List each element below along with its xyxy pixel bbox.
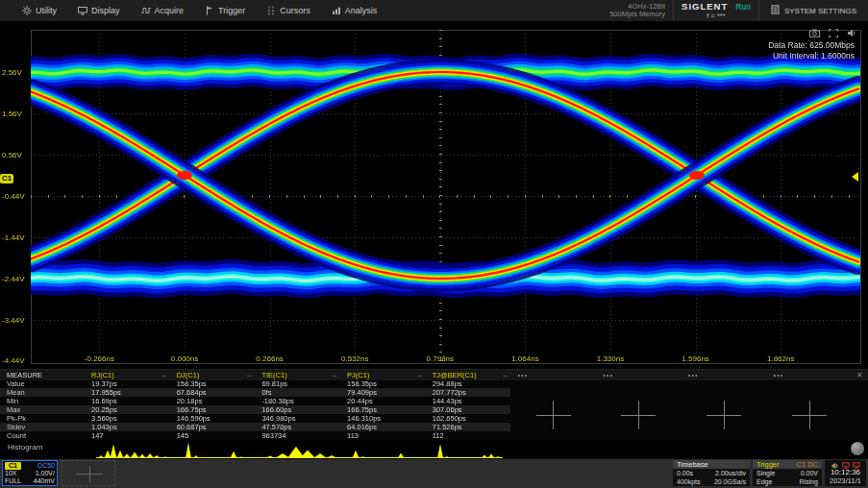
empty-cell	[510, 431, 596, 440]
system-settings-label: SYSTEM SETTINGS	[784, 7, 856, 15]
trigger-descriptor[interactable]: Trigger C1 DC Single 0.00V Edge Rising	[753, 460, 822, 486]
x-axis-tick-label: 1.596ns	[682, 354, 708, 363]
measure-row-label: Max	[0, 405, 85, 414]
measure-value-cell: 166.75ps	[340, 405, 426, 414]
measure-value-cell: 20.25ps	[85, 405, 170, 414]
menu-item-label: Analysis	[345, 6, 378, 15]
measure-value-cell: 146.310ps	[340, 414, 426, 423]
x-axis-tick-label: 0.000ns	[171, 354, 198, 363]
menu-item-label: Cursors	[280, 6, 310, 15]
x-axis-tick-label: 1.064ns	[511, 354, 538, 363]
channel-descriptor-c1[interactable]: C1 DC50 10X 1.00V/ FULL 440mV	[2, 460, 58, 486]
measure-value-cell: 166.75ps	[170, 405, 256, 414]
edge-cell	[852, 388, 868, 397]
channel-badge: C1	[5, 462, 21, 470]
trigger-title: Trigger	[756, 460, 779, 469]
y-axis-tick-label: -2.44V	[2, 275, 25, 283]
menu-bar-right: 4GHz-12Bit 500Mpts Memory SIGLENT Run f …	[609, 0, 868, 21]
system-settings-button[interactable]: SYSTEM SETTINGS	[759, 0, 868, 21]
empty-measure-column-header: •••	[767, 370, 853, 380]
y-axis-tick-label: -4.44V	[2, 356, 25, 365]
add-measurement-button[interactable]	[707, 401, 741, 429]
empty-cell	[596, 388, 682, 397]
menu-bar: UtilityDisplayAcquireTriggerCursorsAnaly…	[0, 0, 868, 21]
collapse-column-button[interactable]: –	[418, 371, 422, 379]
measure-column-header[interactable]: DJ(C1)–	[170, 370, 256, 380]
timebase-points: 400kpts	[677, 477, 701, 486]
collapse-column-button[interactable]: –	[503, 371, 507, 379]
measure-value-cell: 158.35ps	[340, 380, 426, 389]
menu-item-trigger[interactable]: Trigger	[194, 0, 256, 21]
collapse-column-button[interactable]: –	[162, 371, 166, 379]
add-measurement-button[interactable]	[792, 401, 827, 429]
x-axis-tick-label: 0.266ns	[256, 354, 283, 363]
camera-icon[interactable]	[809, 24, 820, 41]
settings-panel-icon	[771, 5, 780, 16]
measure-value-cell: 963734	[255, 431, 340, 440]
measure-column-header[interactable]: TJ@BER(C1)–	[426, 370, 511, 380]
waveform-display: 2.56V1.56V0.56V-0.44V-1.44V-2.44V-3.44V-…	[0, 21, 868, 369]
data-rate-readout: Data Rate: 625.00Mbps	[768, 40, 855, 51]
measure-value-cell: -180.38ps	[255, 397, 340, 405]
measure-value-cell: 17.955ps	[85, 388, 170, 397]
measure-value-cell: 79.409ps	[340, 388, 426, 397]
histogram-label: Histogram	[8, 443, 42, 451]
measure-column-header[interactable]: TIE(C1)–	[255, 370, 340, 380]
unit-interval-readout: Unit Interval: 1.6000ns	[768, 51, 855, 61]
add-measurement-button[interactable]	[536, 401, 571, 429]
measure-value-cell: 145	[170, 431, 256, 440]
add-measurement-button[interactable]	[621, 401, 656, 429]
measure-value-cell: 3.560ps	[85, 414, 170, 423]
system-info-memory: 500Mpts Memory	[609, 11, 665, 19]
menu-items: UtilityDisplayAcquireTriggerCursorsAnaly…	[0, 0, 387, 21]
measure-value-cell: 158.35ps	[170, 380, 256, 389]
empty-cell	[510, 380, 596, 389]
acquire-icon	[141, 6, 151, 15]
collapse-column-button[interactable]: –	[247, 371, 251, 379]
analysis-icon	[332, 6, 341, 15]
empty-cell	[767, 431, 853, 440]
empty-cell	[682, 431, 767, 440]
hint-bubble[interactable]	[851, 442, 864, 455]
brand-block: SIGLENT Run f = ***	[673, 0, 759, 21]
menu-item-acquire[interactable]: Acquire	[131, 0, 195, 21]
channel-probe: 10X	[5, 470, 16, 477]
menu-item-analysis[interactable]: Analysis	[321, 0, 388, 21]
cursors-icon	[266, 6, 276, 15]
edge-cell	[852, 431, 868, 440]
trigger-level: 0.00V	[801, 469, 818, 477]
edge-cell	[852, 414, 868, 423]
measure-row-label: Mean	[0, 388, 85, 397]
measure-value-cell: 67.684ps	[170, 388, 256, 397]
clock-box[interactable]: 10:12:36 2023/11/1	[825, 460, 866, 486]
menu-item-display[interactable]: Display	[67, 0, 131, 21]
measure-value-cell: 166.60ps	[255, 405, 340, 414]
add-channel-button[interactable]	[62, 460, 115, 486]
run-status-badge[interactable]: Run	[735, 2, 751, 12]
speaker-icon[interactable]	[847, 24, 856, 41]
eye-diagram-canvas[interactable]	[0, 21, 868, 369]
timebase-title: Timebase	[677, 460, 708, 469]
measure-table-close-button[interactable]: ✕	[852, 370, 868, 380]
empty-cell	[596, 380, 682, 389]
empty-measure-column-header: •••	[510, 370, 596, 380]
measure-value-cell: 112	[426, 431, 511, 440]
trigger-flag-icon	[205, 6, 214, 15]
channel-level-marker[interactable]: C1	[0, 174, 13, 183]
channel-scale: 1.00V/	[36, 470, 55, 477]
plot-corner-icons	[809, 24, 856, 41]
measure-column-header[interactable]: PJ(C1)–	[340, 370, 426, 380]
measure-value-cell: 19.37ps	[85, 380, 170, 389]
trigger-level-arrow[interactable]	[852, 172, 858, 182]
measure-value-cell: 47.570ps	[255, 423, 340, 431]
empty-measure-column-header: •••	[682, 370, 767, 380]
menu-item-cursors[interactable]: Cursors	[256, 0, 321, 21]
menu-item-utility[interactable]: Utility	[12, 0, 67, 21]
fullscreen-icon[interactable]	[829, 24, 838, 41]
collapse-column-button[interactable]: –	[333, 371, 336, 379]
measure-column-header[interactable]: RJ(C1)–	[85, 370, 170, 380]
edge-cell	[852, 397, 868, 405]
empty-cell	[767, 388, 853, 397]
histogram-strip: Histogram	[0, 440, 868, 459]
timebase-descriptor[interactable]: Timebase 0.00s 2.00us/div 400kpts 20.0GS…	[673, 460, 750, 486]
